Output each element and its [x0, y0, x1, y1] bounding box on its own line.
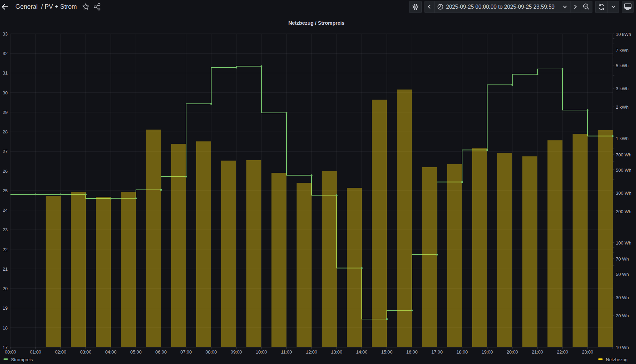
svg-text:500 Wh: 500 Wh [616, 168, 631, 173]
svg-text:200 Wh: 200 Wh [616, 209, 631, 214]
svg-text:10:00: 10:00 [256, 349, 267, 355]
svg-text:14:00: 14:00 [356, 349, 368, 355]
svg-text:5 kWh: 5 kWh [616, 63, 629, 68]
svg-text:30 Wh: 30 Wh [616, 295, 629, 300]
svg-text:21:00: 21:00 [532, 349, 543, 355]
svg-text:300 Wh: 300 Wh [616, 191, 631, 196]
svg-text:11:00: 11:00 [281, 349, 292, 355]
svg-text:1 kWh: 1 kWh [616, 136, 629, 141]
svg-text:100 Wh: 100 Wh [616, 240, 631, 246]
svg-text:21: 21 [3, 266, 8, 272]
svg-text:22:00: 22:00 [557, 349, 568, 355]
svg-text:22: 22 [3, 247, 8, 252]
svg-text:10 kWh: 10 kWh [616, 32, 631, 37]
svg-text:07:00: 07:00 [181, 349, 192, 355]
svg-text:10 Wh: 10 Wh [616, 345, 629, 350]
svg-text:05:00: 05:00 [130, 349, 142, 355]
svg-text:00:00: 00:00 [5, 349, 16, 355]
svg-text:12:00: 12:00 [306, 349, 317, 355]
svg-text:15:00: 15:00 [381, 349, 393, 355]
svg-text:50 Wh: 50 Wh [616, 272, 629, 277]
svg-text:Netzbezug: Netzbezug [606, 357, 628, 362]
svg-text:02:00: 02:00 [55, 349, 67, 355]
svg-text:70 Wh: 70 Wh [616, 256, 629, 262]
svg-text:33: 33 [3, 31, 8, 37]
svg-text:31: 31 [3, 70, 8, 76]
svg-text:27: 27 [3, 149, 8, 154]
svg-text:20 Wh: 20 Wh [616, 313, 629, 318]
svg-text:29: 29 [3, 110, 8, 115]
svg-text:09:00: 09:00 [231, 349, 242, 355]
svg-text:19:00: 19:00 [482, 349, 493, 355]
svg-text:2 kWh: 2 kWh [616, 104, 629, 110]
svg-text:Strompreis: Strompreis [11, 357, 33, 362]
svg-text:3 kWh: 3 kWh [616, 86, 629, 91]
svg-text:25: 25 [3, 188, 8, 193]
svg-text:32: 32 [3, 51, 8, 56]
svg-text:03:00: 03:00 [80, 349, 92, 355]
svg-text:16:00: 16:00 [406, 349, 418, 355]
svg-text:20: 20 [3, 286, 8, 291]
svg-text:26: 26 [3, 169, 8, 174]
svg-text:30: 30 [3, 90, 8, 95]
svg-text:Netzbezug / Strompreis: Netzbezug / Strompreis [288, 20, 344, 26]
svg-text:24: 24 [3, 208, 8, 213]
svg-text:04:00: 04:00 [105, 349, 117, 355]
svg-text:08:00: 08:00 [206, 349, 217, 355]
svg-text:01:00: 01:00 [30, 349, 41, 355]
svg-text:23: 23 [3, 227, 8, 232]
svg-text:28: 28 [3, 129, 8, 134]
svg-text:18: 18 [3, 325, 8, 331]
svg-text:23:00: 23:00 [582, 349, 593, 355]
svg-text:17:00: 17:00 [431, 349, 443, 355]
svg-text:13:00: 13:00 [331, 349, 343, 355]
svg-text:18:00: 18:00 [457, 349, 468, 355]
svg-text:7 kWh: 7 kWh [616, 48, 629, 53]
svg-text:06:00: 06:00 [155, 349, 167, 355]
svg-text:700 Wh: 700 Wh [616, 152, 631, 157]
svg-text:20:00: 20:00 [507, 349, 518, 355]
svg-text:19: 19 [3, 305, 8, 311]
